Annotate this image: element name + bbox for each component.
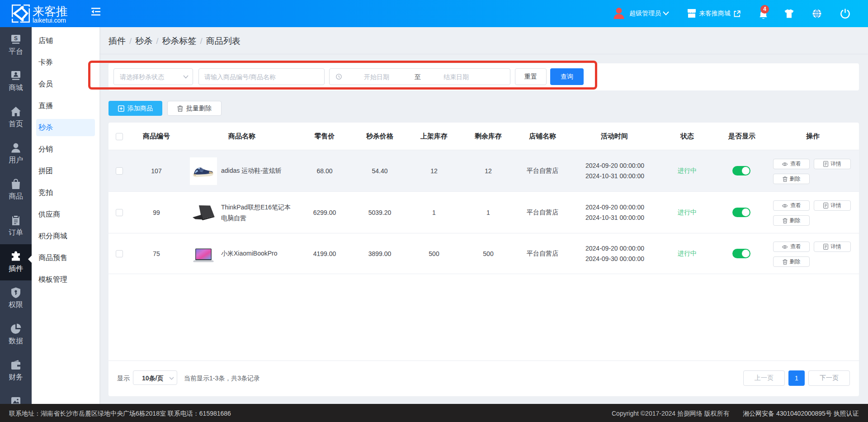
svg-text:S: S [14,35,18,42]
